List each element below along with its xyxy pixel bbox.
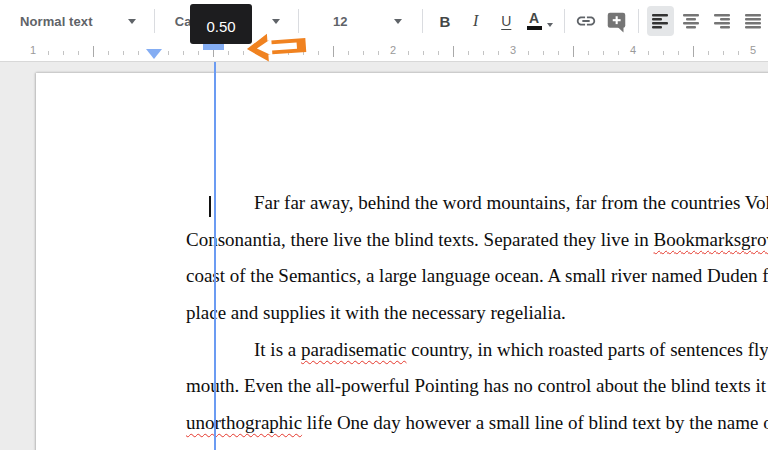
ruler-tick (198, 51, 199, 55)
misspelled-word: Bookmarksgrove (654, 229, 768, 250)
text-segment: mouth. Even the all-powerful Pointing ha… (186, 375, 768, 396)
ruler-tick (363, 51, 364, 55)
paragraph-style-label: Normal text (20, 14, 93, 29)
ruler-tick (93, 46, 94, 57)
justify-button[interactable] (739, 6, 766, 36)
ruler-number: 5 (750, 44, 756, 56)
toolbar-divider (638, 9, 639, 33)
ruler-tick (228, 51, 229, 55)
chevron-down-icon (128, 19, 136, 24)
ruler-tick (453, 46, 454, 57)
ruler-tick (423, 51, 424, 55)
link-icon (575, 10, 597, 32)
misspelled-word: unorthographic (186, 412, 302, 433)
document-line[interactable]: mouth. Even the all-powerful Pointing ha… (186, 368, 768, 405)
ruler-tick (108, 51, 109, 55)
justify-icon (744, 13, 762, 29)
left-indent-marker[interactable] (146, 49, 162, 59)
ruler-tick (663, 51, 664, 55)
google-docs-window: Normal text Cambria 12 B I U A (0, 0, 768, 450)
align-center-button[interactable] (678, 6, 705, 36)
indent-drag-guide-line (214, 50, 216, 450)
align-left-icon (651, 13, 669, 29)
document-line[interactable]: Far far away, behind the word mountains,… (186, 185, 768, 222)
ruler-tick (708, 51, 709, 55)
ruler-number: 1 (30, 44, 36, 56)
document-workspace: Far far away, behind the word mountains,… (0, 62, 768, 450)
ruler-tick (543, 51, 544, 55)
ruler-tick (243, 51, 244, 55)
toolbar-divider (564, 9, 565, 33)
italic-icon: I (473, 12, 478, 30)
ruler-tick (408, 51, 409, 55)
underline-icon: U (501, 13, 511, 29)
ruler-tick (738, 51, 739, 55)
ruler-tick (603, 51, 604, 55)
document-line[interactable]: place and supplies it with the necessary… (186, 295, 768, 332)
ruler-tick (498, 51, 499, 55)
font-size-dropdown[interactable]: 12 (305, 6, 417, 36)
chevron-down-icon (547, 23, 553, 27)
ruler-tick (528, 51, 529, 55)
ruler-tick (438, 51, 439, 55)
align-left-button[interactable] (647, 6, 674, 36)
indent-value-tooltip: 0.50 (190, 4, 252, 44)
ruler-tick (468, 51, 469, 55)
ruler-tick (483, 51, 484, 55)
misspelled-word: paradisematic (301, 339, 407, 360)
ruler-tick (318, 51, 319, 55)
bold-icon: B (439, 13, 450, 30)
first-line-indent-marker[interactable] (203, 43, 224, 50)
bold-button[interactable]: B (431, 6, 458, 36)
ruler-tick (573, 46, 574, 57)
chevron-down-icon (394, 19, 402, 24)
ruler-tick (333, 46, 334, 57)
ruler-tick (678, 51, 679, 55)
italic-button[interactable]: I (462, 6, 489, 36)
chevron-down-icon (272, 19, 280, 24)
text-color-icon: A (527, 12, 542, 30)
align-center-icon (682, 13, 700, 29)
formatting-toolbar: Normal text Cambria 12 B I U A (0, 0, 768, 42)
insert-link-button[interactable] (573, 6, 600, 36)
annotation-arrow-icon (245, 27, 310, 71)
align-right-button[interactable] (709, 6, 736, 36)
toolbar-divider (422, 9, 423, 33)
ruler-tick (183, 51, 184, 55)
ruler-number: 3 (510, 44, 516, 56)
add-comment-icon (606, 10, 627, 33)
text-color-button[interactable]: A (524, 6, 556, 36)
ruler-tick (63, 51, 64, 55)
document-line[interactable]: coast of the Semantics, a large language… (186, 258, 768, 295)
ruler-tick (648, 51, 649, 55)
ruler-number: 4 (630, 44, 636, 56)
ruler-number: 2 (390, 44, 396, 56)
ruler-tick (48, 51, 49, 55)
text-segment: life One day however a small line of bli… (302, 412, 768, 433)
toolbar-divider (154, 9, 155, 33)
document-line[interactable]: Consonantia, there live the blind texts.… (186, 222, 768, 259)
text-segment: coast of the Semantics, a large language… (186, 265, 768, 286)
text-segment: Consonantia, there live the blind texts.… (186, 229, 654, 250)
ruler-tick (723, 51, 724, 55)
indent-value-label: 0.50 (206, 18, 235, 35)
ruler-tick (78, 51, 79, 55)
ruler-tick (558, 51, 559, 55)
paragraph-style-dropdown[interactable]: Normal text (0, 6, 148, 36)
document-text[interactable]: Far far away, behind the word mountains,… (186, 185, 768, 442)
document-page[interactable]: Far far away, behind the word mountains,… (36, 73, 768, 450)
ruler-tick (348, 51, 349, 55)
document-line[interactable]: It is a paradisematic country, in which … (186, 332, 768, 369)
horizontal-ruler[interactable]: 112345 (0, 42, 768, 62)
text-segment: country, in which roasted parts of sente… (406, 339, 768, 360)
text-segment: It is a (254, 339, 301, 360)
ruler-tick (138, 51, 139, 55)
document-line[interactable]: unorthographic life One day however a sm… (186, 405, 768, 442)
ruler-tick (618, 51, 619, 55)
ruler-tick (378, 51, 379, 55)
ruler-tick (693, 46, 694, 57)
underline-button[interactable]: U (493, 6, 520, 36)
add-comment-button[interactable] (603, 6, 630, 36)
font-size-label: 12 (333, 14, 348, 29)
text-segment: Far far away, behind the word mountains,… (254, 192, 768, 213)
